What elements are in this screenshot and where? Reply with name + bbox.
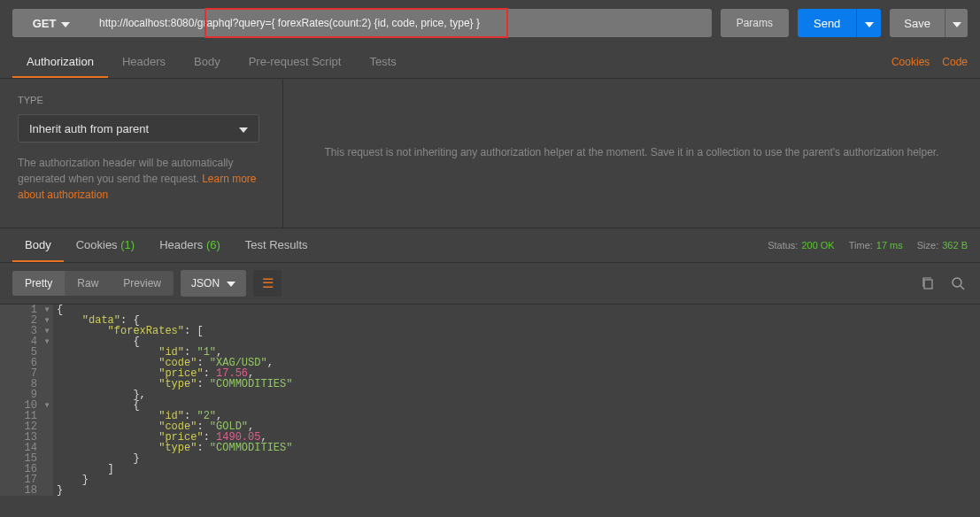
- cookies-link[interactable]: Cookies: [891, 56, 930, 68]
- format-label: JSON: [191, 277, 220, 289]
- code-line: 16 ]: [0, 464, 980, 475]
- tab-body[interactable]: Body: [180, 46, 235, 78]
- size-meta: Size:362 B: [917, 240, 968, 251]
- line-number: 18: [0, 485, 42, 496]
- send-button[interactable]: Send: [798, 9, 856, 37]
- search-button[interactable]: [948, 274, 968, 293]
- copy-button[interactable]: [918, 274, 938, 293]
- response-tab-headers-label: Headers: [159, 238, 203, 251]
- chevron-down-icon: [239, 122, 248, 135]
- view-pretty-button[interactable]: Pretty: [12, 271, 65, 296]
- chevron-down-icon: [953, 17, 961, 30]
- response-tab-test-results[interactable]: Test Results: [233, 228, 320, 262]
- url-input-wrap: [90, 9, 712, 37]
- url-input[interactable]: [90, 9, 712, 37]
- response-tab-body[interactable]: Body: [12, 228, 64, 262]
- tab-tests[interactable]: Tests: [355, 46, 410, 78]
- chevron-down-icon: [61, 17, 70, 30]
- time-meta: Time:17 ms: [849, 240, 903, 251]
- response-tab-cookies-label: Cookies: [76, 238, 118, 251]
- code-line: 15 }: [0, 453, 980, 464]
- line-wrap-icon: ☰: [262, 275, 274, 291]
- fold-gutter[interactable]: [42, 485, 53, 496]
- view-mode-group: Pretty Raw Preview: [12, 271, 174, 296]
- send-dropdown-button[interactable]: [856, 9, 881, 37]
- save-dropdown-button[interactable]: [945, 9, 968, 37]
- auth-description: The authorization header will be automat…: [18, 155, 265, 203]
- code-line: 3▾ "forexRates": [: [0, 326, 980, 336]
- code-link[interactable]: Code: [942, 56, 968, 68]
- code-line: 17 }: [0, 475, 980, 485]
- svg-point-1: [953, 278, 961, 287]
- auth-desc-text: The authorization header will be automat…: [18, 157, 233, 185]
- code-line: 1▾{: [0, 305, 980, 315]
- response-tab-headers[interactable]: Headers (6): [147, 228, 233, 262]
- auth-type-label: TYPE: [18, 95, 265, 105]
- cookies-count-badge: (1): [120, 238, 135, 251]
- view-raw-button[interactable]: Raw: [65, 271, 111, 296]
- view-preview-button[interactable]: Preview: [111, 271, 174, 296]
- tab-authorization[interactable]: Authorization: [12, 46, 108, 78]
- auth-type-select[interactable]: Inherit auth from parent: [18, 114, 259, 143]
- format-select[interactable]: JSON: [181, 270, 246, 297]
- svg-rect-0: [924, 280, 932, 289]
- save-button[interactable]: Save: [890, 9, 945, 37]
- line-wrap-button[interactable]: ☰: [253, 270, 282, 297]
- copy-icon: [921, 276, 935, 290]
- code-line: 18 }: [0, 485, 980, 496]
- search-icon: [951, 276, 965, 290]
- http-method-select[interactable]: GET: [12, 9, 90, 37]
- chevron-down-icon: [865, 17, 874, 30]
- headers-count-badge: (6): [206, 238, 220, 251]
- tab-headers[interactable]: Headers: [108, 46, 180, 78]
- params-button[interactable]: Params: [721, 9, 789, 37]
- response-tab-cookies[interactable]: Cookies (1): [64, 228, 147, 262]
- auth-type-value: Inherit auth from parent: [29, 122, 149, 135]
- tab-prerequest[interactable]: Pre-request Script: [235, 46, 356, 78]
- code-line: 14 "type": "COMMODITIES": [0, 443, 980, 453]
- code-line: 8 "type": "COMMODITIES": [0, 379, 980, 390]
- status-meta: Status:200 OK: [768, 240, 835, 251]
- chevron-down-icon: [227, 277, 235, 289]
- http-method-label: GET: [33, 17, 57, 30]
- response-body-viewer[interactable]: 1▾{2▾ "data": {3▾ "forexRates": [4▾ {5 "…: [0, 304, 980, 496]
- code-line: 9 },: [0, 390, 980, 400]
- auth-inherit-message: This request is not inheriting any autho…: [283, 79, 980, 228]
